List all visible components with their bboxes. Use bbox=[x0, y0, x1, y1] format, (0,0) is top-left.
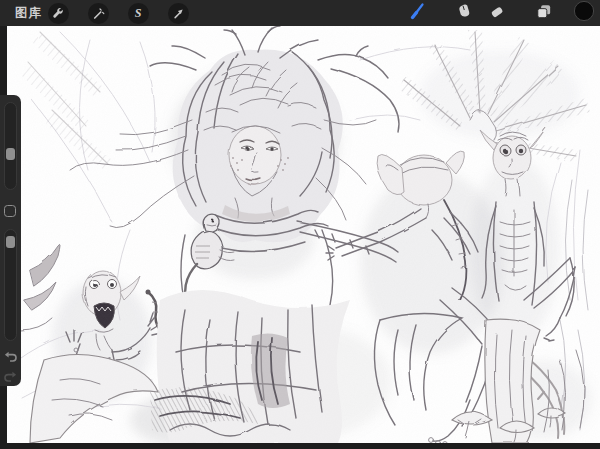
wrench-icon bbox=[51, 6, 66, 21]
modify-button[interactable] bbox=[4, 205, 16, 217]
artwork-sketch bbox=[7, 26, 600, 443]
layers-icon bbox=[534, 2, 553, 25]
magic-wand-icon bbox=[91, 6, 106, 21]
redo-button[interactable] bbox=[3, 369, 18, 384]
color-swatch-button[interactable] bbox=[574, 3, 594, 23]
color-swatch-icon bbox=[573, 0, 595, 26]
smudge-tool-button[interactable] bbox=[454, 3, 474, 23]
opacity-slider[interactable] bbox=[4, 229, 17, 341]
paintbrush-icon bbox=[408, 1, 428, 25]
selection-button[interactable]: S bbox=[128, 3, 149, 24]
transform-button[interactable] bbox=[168, 3, 189, 24]
drawing-canvas[interactable] bbox=[7, 26, 600, 443]
undo-arrow-icon bbox=[3, 352, 18, 367]
transform-arrow-icon bbox=[171, 6, 186, 21]
brush-sidebar bbox=[0, 95, 21, 386]
gallery-button[interactable]: 图库 bbox=[15, 0, 42, 26]
smudge-finger-icon bbox=[455, 2, 473, 24]
redo-arrow-icon bbox=[3, 372, 18, 387]
brush-size-handle[interactable] bbox=[6, 148, 15, 160]
brush-size-slider[interactable] bbox=[4, 102, 17, 190]
procreate-window: 图库 S bbox=[0, 0, 600, 449]
undo-button[interactable] bbox=[3, 349, 18, 364]
selection-s-icon: S bbox=[135, 6, 142, 21]
eraser-tool-button[interactable] bbox=[487, 3, 507, 23]
top-toolbar: 图库 S bbox=[0, 0, 600, 26]
paint-tool-button[interactable] bbox=[408, 3, 428, 23]
opacity-handle[interactable] bbox=[6, 236, 15, 248]
actions-button[interactable] bbox=[48, 3, 69, 24]
eraser-icon bbox=[488, 2, 506, 24]
layers-button[interactable] bbox=[533, 3, 553, 23]
adjustments-button[interactable] bbox=[88, 3, 109, 24]
